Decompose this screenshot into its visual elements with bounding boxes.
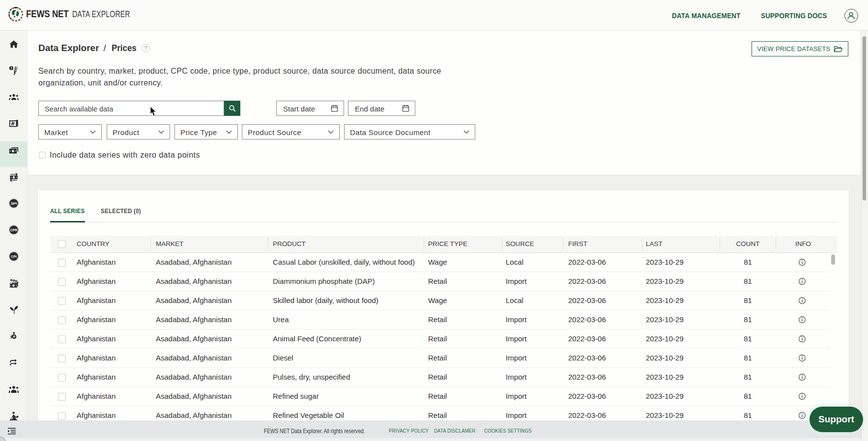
svg-text:CPR: CPR — [10, 228, 18, 232]
svg-text:SPI: SPI — [11, 201, 17, 206]
svg-text:CPI: CPI — [11, 255, 17, 258]
